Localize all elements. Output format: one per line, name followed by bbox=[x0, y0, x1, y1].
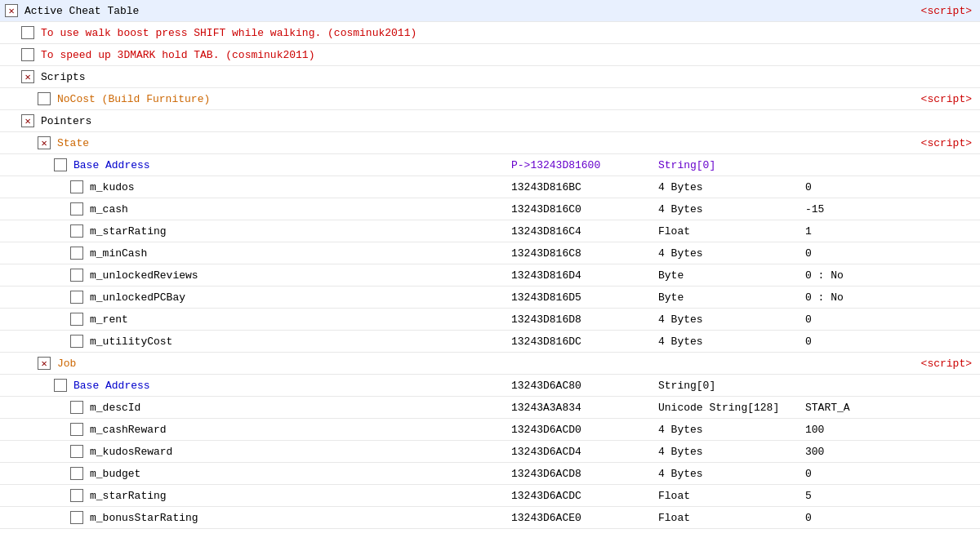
table-row[interactable]: Base Address13243D6AC80String[0] bbox=[0, 375, 980, 397]
table-row[interactable]: m_unlockedReviews13243D816D4Byte0 : No bbox=[0, 264, 980, 287]
type-col: Float bbox=[655, 490, 802, 502]
table-row[interactable]: m_cashReward13243D6ACD04 Bytes100 bbox=[0, 419, 980, 441]
checkbox[interactable] bbox=[70, 489, 83, 502]
checkbox[interactable] bbox=[70, 467, 83, 480]
checkbox[interactable] bbox=[70, 224, 83, 238]
table-row[interactable]: Job<script> bbox=[0, 353, 980, 375]
row-label: Scripts bbox=[41, 71, 86, 83]
table-row[interactable]: m_starRating13243D816C4Float1 bbox=[0, 220, 980, 242]
value-col: 100 bbox=[802, 424, 978, 436]
row-label: m_cashReward bbox=[90, 424, 167, 436]
value-col: <script> bbox=[802, 93, 978, 105]
checkbox[interactable] bbox=[21, 114, 34, 127]
checkbox[interactable] bbox=[21, 48, 34, 61]
type-col: 4 Bytes bbox=[655, 181, 802, 193]
table-row[interactable]: To use walk boost press SHIFT while walk… bbox=[0, 22, 980, 44]
checkbox[interactable] bbox=[54, 158, 67, 171]
row-label: m_unlockedPCBay bbox=[90, 291, 185, 304]
row-label: m_unlockedReviews bbox=[90, 269, 198, 282]
row-label: State bbox=[57, 137, 89, 149]
checkbox[interactable] bbox=[5, 4, 18, 17]
checkbox[interactable] bbox=[70, 269, 83, 282]
table-row[interactable]: m_budget13243D6ACD84 Bytes0 bbox=[0, 463, 980, 485]
table-row[interactable]: m_utilityCost13243D816DC4 Bytes0 bbox=[0, 331, 980, 353]
row-label: m_budget bbox=[90, 468, 140, 480]
row-label: Base Address bbox=[74, 380, 150, 392]
type-col: String[0] bbox=[655, 159, 802, 171]
value-col: 0 bbox=[802, 313, 978, 326]
address-col: 13243D6AC80 bbox=[508, 380, 655, 392]
address-col: 13243D6ACE0 bbox=[508, 512, 655, 524]
address-col: 13243D816D8 bbox=[508, 313, 655, 326]
table-row[interactable]: m_cash13243D816C04 Bytes-15 bbox=[0, 198, 980, 220]
checkbox[interactable] bbox=[70, 335, 83, 348]
row-label: m_utilityCost bbox=[90, 335, 172, 348]
checkbox[interactable] bbox=[21, 26, 34, 39]
value-col: 0 bbox=[802, 512, 978, 524]
row-label: m_kudosReward bbox=[90, 446, 172, 458]
type-col: 4 Bytes bbox=[655, 203, 802, 216]
type-col: 4 Bytes bbox=[655, 313, 802, 326]
table-row[interactable]: Pointers bbox=[0, 110, 980, 132]
value-col: 0 bbox=[802, 181, 978, 193]
checkbox[interactable] bbox=[54, 379, 67, 392]
row-label: m_starRating bbox=[90, 490, 167, 502]
table-row[interactable]: m_unlockedPCBay13243D816D5Byte0 : No bbox=[0, 287, 980, 309]
table-row[interactable]: m_bonusStarRating13243D6ACE0Float0 bbox=[0, 507, 980, 529]
checkbox[interactable] bbox=[70, 291, 83, 304]
row-label: Active Cheat Table bbox=[24, 5, 139, 17]
table-row[interactable]: Base AddressP->13243D81600String[0] bbox=[0, 154, 980, 176]
address-col: 13243D816C0 bbox=[508, 203, 655, 216]
value-col: 1 bbox=[802, 225, 978, 238]
table-row[interactable]: m_kudosReward13243D6ACD44 Bytes300 bbox=[0, 441, 980, 463]
value-col: 300 bbox=[802, 446, 978, 458]
type-col: String[0] bbox=[655, 380, 802, 392]
checkbox[interactable] bbox=[70, 423, 83, 436]
checkbox[interactable] bbox=[70, 445, 83, 458]
table-row[interactable]: NoCost (Build Furniture)<script> bbox=[0, 88, 980, 110]
checkbox[interactable] bbox=[38, 357, 51, 370]
address-col: 13243D6ACD0 bbox=[508, 424, 655, 436]
address-col: P->13243D81600 bbox=[508, 159, 655, 171]
value-col: 0 : No bbox=[802, 291, 978, 304]
address-col: 13243D6ACDC bbox=[508, 490, 655, 502]
table-row[interactable]: m_minCash13243D816C84 Bytes0 bbox=[0, 242, 980, 264]
table-row[interactable]: Active Cheat Table<script> bbox=[0, 0, 980, 22]
type-col: Float bbox=[655, 225, 802, 238]
value-col: 0 bbox=[802, 335, 978, 348]
row-label: m_rent bbox=[90, 313, 128, 326]
type-col: 4 Bytes bbox=[655, 247, 802, 260]
address-col: 13243D816D4 bbox=[508, 269, 655, 282]
checkbox[interactable] bbox=[70, 313, 83, 326]
checkbox[interactable] bbox=[38, 92, 51, 105]
table-row[interactable]: m_rent13243D816D84 Bytes0 bbox=[0, 309, 980, 331]
checkbox[interactable] bbox=[70, 401, 83, 414]
address-col: 13243D816C8 bbox=[508, 247, 655, 260]
row-label: Pointers bbox=[41, 115, 91, 127]
row-label: m_minCash bbox=[90, 247, 147, 260]
value-col: <script> bbox=[802, 5, 978, 17]
table-row[interactable]: m_descId13243A3A834Unicode String[128]ST… bbox=[0, 397, 980, 419]
type-col: Float bbox=[655, 512, 802, 524]
checkbox[interactable] bbox=[70, 202, 83, 216]
table-row[interactable]: m_starRating13243D6ACDCFloat5 bbox=[0, 485, 980, 507]
value-col: 0 bbox=[802, 468, 978, 480]
row-label: m_starRating bbox=[90, 225, 167, 238]
checkbox[interactable] bbox=[70, 247, 83, 260]
type-col: 4 Bytes bbox=[655, 446, 802, 458]
type-col: 4 Bytes bbox=[655, 424, 802, 436]
table-row[interactable]: State<script> bbox=[0, 132, 980, 154]
table-row[interactable]: Scripts bbox=[0, 66, 980, 88]
value-col: <script> bbox=[802, 358, 978, 370]
checkbox[interactable] bbox=[38, 136, 51, 149]
checkbox[interactable] bbox=[70, 180, 83, 193]
checkbox[interactable] bbox=[70, 511, 83, 524]
table-row[interactable]: m_kudos13243D816BC4 Bytes0 bbox=[0, 176, 980, 198]
checkbox[interactable] bbox=[21, 70, 34, 83]
address-col: 13243D816C4 bbox=[508, 225, 655, 238]
row-label: m_kudos bbox=[90, 181, 135, 193]
value-col: -15 bbox=[802, 203, 978, 216]
row-label: m_descId bbox=[90, 402, 140, 414]
value-col: 0 bbox=[802, 247, 978, 260]
table-row[interactable]: To speed up 3DMARK hold TAB. (cosminuk20… bbox=[0, 44, 980, 66]
